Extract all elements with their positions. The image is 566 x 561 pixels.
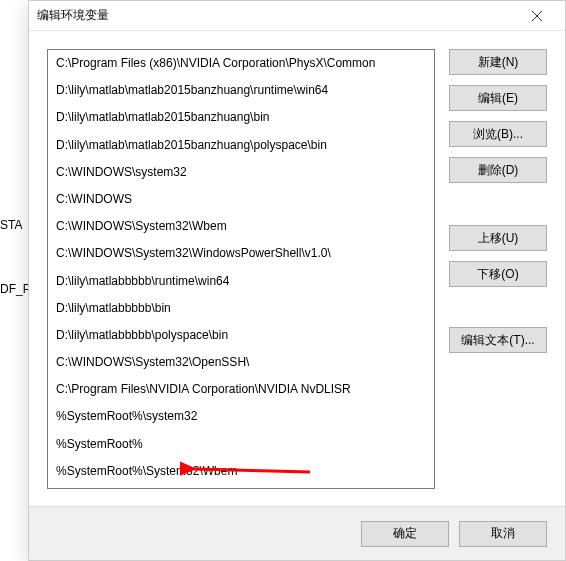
- new-button[interactable]: 新建(N): [449, 49, 547, 75]
- dialog-title: 编辑环境变量: [37, 7, 517, 24]
- dialog-footer: 确定 取消: [29, 506, 565, 560]
- list-item[interactable]: C:\Program Files (x86)\NVIDIA Corporatio…: [48, 50, 434, 77]
- list-item[interactable]: %SystemRoot%\System32\Wbem: [48, 458, 434, 485]
- dialog-content: C:\Program Files (x86)\NVIDIA Corporatio…: [29, 31, 565, 506]
- edit-text-button[interactable]: 编辑文本(T)...: [449, 327, 547, 353]
- cancel-button[interactable]: 取消: [459, 521, 547, 547]
- titlebar: 编辑环境变量: [29, 1, 565, 31]
- list-item[interactable]: D:\lily\matlabbbbb\bin: [48, 295, 434, 322]
- list-item[interactable]: C:\WINDOWS\System32\Wbem: [48, 213, 434, 240]
- list-item[interactable]: C:\WINDOWS\System32\OpenSSH\: [48, 349, 434, 376]
- close-icon: [532, 11, 542, 21]
- list-item[interactable]: D:\lily\matlab\matlab2015banzhuang\bin: [48, 104, 434, 131]
- list-item[interactable]: C:\Program Files\NVIDIA Corporation\NVID…: [48, 376, 434, 403]
- list-item[interactable]: D:\lily\matlabbbbb\polyspace\bin: [48, 322, 434, 349]
- list-item[interactable]: C:\WINDOWS\system32: [48, 159, 434, 186]
- bg-label: STA: [0, 218, 22, 232]
- ok-button[interactable]: 确定: [361, 521, 449, 547]
- edit-button[interactable]: 编辑(E): [449, 85, 547, 111]
- list-item[interactable]: %SystemRoot%: [48, 431, 434, 458]
- list-item[interactable]: C:\WINDOWS: [48, 186, 434, 213]
- list-item[interactable]: D:\lily\matlabbbbb\runtime\win64: [48, 268, 434, 295]
- move-down-button[interactable]: 下移(O): [449, 261, 547, 287]
- edit-env-var-dialog: 编辑环境变量 C:\Program Files (x86)\NVIDIA Cor…: [28, 0, 566, 561]
- bg-label: DF_P: [0, 282, 31, 296]
- list-item[interactable]: %SystemRoot%\system32: [48, 403, 434, 430]
- path-listbox[interactable]: C:\Program Files (x86)\NVIDIA Corporatio…: [47, 49, 435, 489]
- delete-button[interactable]: 删除(D): [449, 157, 547, 183]
- move-up-button[interactable]: 上移(U): [449, 225, 547, 251]
- list-item[interactable]: %SYSTEMROOT%\System32\WindowsPowerShell\…: [48, 485, 434, 489]
- button-column: 新建(N) 编辑(E) 浏览(B)... 删除(D) 上移(U) 下移(O) 编…: [449, 49, 547, 496]
- list-item[interactable]: D:\lily\matlab\matlab2015banzhuang\polys…: [48, 132, 434, 159]
- list-item[interactable]: C:\WINDOWS\System32\WindowsPowerShell\v1…: [48, 240, 434, 267]
- close-button[interactable]: [517, 2, 557, 30]
- browse-button[interactable]: 浏览(B)...: [449, 121, 547, 147]
- list-item[interactable]: D:\lily\matlab\matlab2015banzhuang\runti…: [48, 77, 434, 104]
